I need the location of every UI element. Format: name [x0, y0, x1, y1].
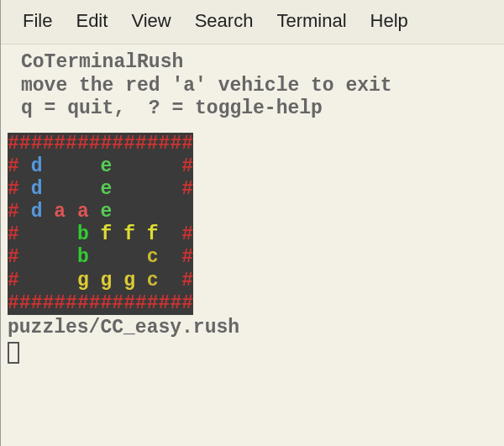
cell-empty — [170, 178, 181, 200]
cell-empty — [159, 246, 171, 268]
menu-edit[interactable]: Edit — [64, 7, 119, 35]
cell-wall: # — [42, 292, 54, 314]
cell-empty — [135, 201, 147, 223]
cell-empty — [89, 178, 101, 200]
cell-d: d — [31, 201, 43, 223]
cell-empty — [112, 155, 123, 177]
cell-d: d — [31, 155, 43, 177]
instruction-text: move the red 'a' vehicle to exit — [21, 75, 504, 98]
cell-empty — [181, 201, 193, 223]
cell-empty — [89, 223, 101, 245]
cell-wall: # — [112, 133, 123, 155]
cell-wall: # — [8, 223, 19, 245]
cell-b: b — [77, 246, 89, 268]
cell-e: e — [101, 201, 113, 223]
board-row: # g g g c # — [8, 270, 193, 292]
cell-empty — [123, 246, 135, 268]
menu-search[interactable]: Search — [183, 7, 265, 35]
cell-f: f — [123, 223, 135, 245]
cell-empty — [112, 201, 123, 223]
cell-empty — [77, 155, 89, 177]
cell-empty — [135, 223, 147, 245]
cell-empty — [147, 178, 159, 200]
cell-empty — [89, 246, 101, 268]
cell-empty — [54, 155, 66, 177]
cell-e: e — [101, 178, 113, 200]
cell-f: f — [147, 223, 159, 245]
board-row: # b c # — [8, 246, 193, 269]
cell-wall: # — [170, 292, 181, 314]
cell-empty — [147, 155, 159, 177]
cell-empty — [31, 270, 43, 291]
app-title: CoTerminalRush — [21, 51, 504, 75]
cell-empty — [170, 223, 181, 245]
cell-wall: # — [170, 133, 181, 155]
terminal-area[interactable]: CoTerminalRush move the red 'a' vehicle … — [1, 45, 504, 370]
cell-empty — [54, 178, 66, 200]
cell-wall: # — [181, 292, 193, 314]
cell-wall: # — [181, 178, 193, 200]
cell-empty — [19, 270, 31, 291]
cell-empty — [54, 246, 66, 268]
puzzle-path: puzzles/CC_easy.rush — [1, 317, 504, 340]
help-text: q = quit, ? = toggle-help — [21, 97, 504, 121]
cell-empty — [123, 201, 135, 223]
menubar: File Edit View Search Terminal Help — [1, 0, 504, 45]
cell-empty — [159, 223, 171, 245]
cell-wall: # — [159, 292, 171, 314]
board-row: # d e # — [8, 178, 193, 201]
board-row: # d e # — [8, 155, 193, 178]
cell-empty — [147, 201, 159, 223]
cell-empty — [112, 270, 123, 291]
cell-empty — [123, 155, 135, 177]
cell-empty — [19, 246, 31, 268]
cell-empty — [135, 155, 147, 177]
cell-wall: # — [19, 292, 31, 314]
cell-empty — [66, 178, 77, 200]
cell-g: g — [101, 270, 113, 291]
cell-empty — [112, 223, 123, 245]
cell-wall: # — [8, 246, 19, 268]
cell-empty — [112, 178, 123, 200]
menu-terminal[interactable]: Terminal — [265, 7, 358, 35]
cell-wall: # — [181, 133, 193, 155]
cell-empty — [135, 246, 147, 268]
cell-wall: # — [135, 292, 147, 314]
cell-g: g — [123, 270, 135, 291]
cell-empty — [42, 155, 54, 177]
cell-f: f — [101, 223, 113, 245]
cell-empty — [54, 270, 66, 291]
cell-wall: # — [8, 133, 19, 155]
cell-wall: # — [112, 292, 123, 314]
cell-wall: # — [31, 292, 43, 314]
menu-file[interactable]: File — [11, 7, 64, 35]
cell-a: a — [54, 201, 66, 223]
cell-empty — [170, 201, 181, 223]
cell-a: a — [77, 201, 89, 223]
cell-empty — [170, 246, 181, 268]
cell-wall: # — [123, 133, 135, 155]
cell-empty — [19, 223, 31, 245]
board-row: ################ — [8, 292, 193, 315]
cell-empty — [19, 178, 31, 200]
cell-empty — [54, 223, 66, 245]
cell-wall: # — [66, 133, 77, 155]
cell-wall: # — [147, 292, 159, 314]
cell-wall: # — [181, 223, 193, 245]
cell-wall: # — [8, 178, 19, 200]
menu-view[interactable]: View — [119, 7, 182, 35]
cell-empty — [101, 246, 113, 268]
cell-empty — [123, 178, 135, 200]
board-row: # d a a e — [8, 201, 193, 223]
cell-empty — [159, 201, 171, 223]
cell-wall: # — [54, 133, 66, 155]
cell-empty — [31, 223, 43, 245]
cell-empty — [66, 201, 77, 223]
cell-c: c — [147, 246, 159, 268]
cell-wall: # — [31, 133, 43, 155]
cell-empty — [89, 201, 101, 223]
cell-empty — [170, 270, 181, 291]
cell-empty — [89, 155, 101, 177]
menu-help[interactable]: Help — [359, 7, 420, 35]
cell-wall: # — [123, 292, 135, 314]
